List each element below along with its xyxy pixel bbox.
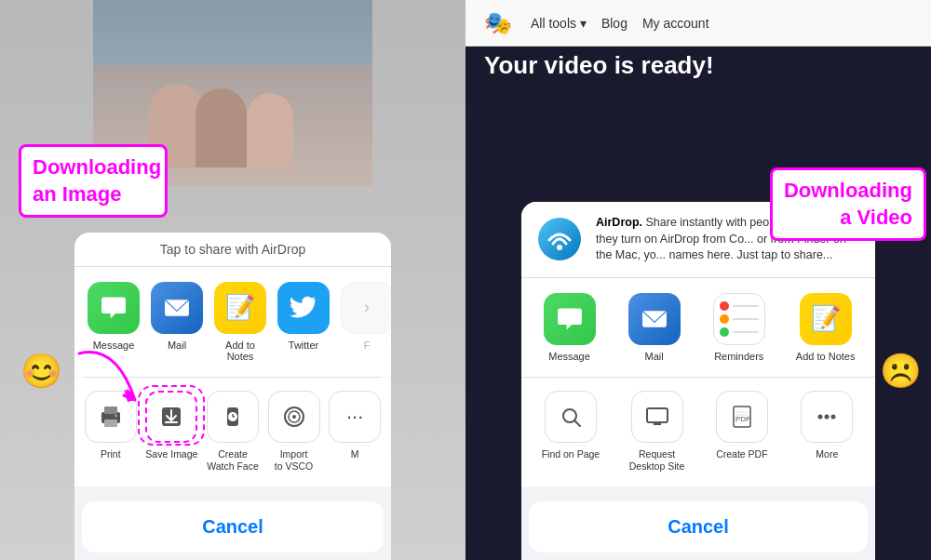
emoji-sad: ☹️	[880, 352, 922, 391]
app-item-notes-right[interactable]: 📝 Add to Notes	[796, 293, 856, 362]
emoji-happy: 😊	[20, 352, 62, 391]
airdrop-wifi-icon	[536, 216, 583, 262]
app-item-mail-left[interactable]: Mail	[149, 282, 205, 362]
more-partial-label: F	[364, 340, 371, 351]
label-downloading-video: Downloadinga Video	[770, 167, 926, 241]
twitter-icon-left	[277, 282, 330, 334]
action-find-on-page[interactable]: Find on Page	[542, 391, 600, 461]
app-item-mail-right[interactable]: Mail	[627, 293, 682, 362]
mail-icon-right	[628, 293, 681, 345]
reminders-label-right: Reminders	[714, 351, 763, 362]
more-label-left: M	[351, 448, 359, 461]
svg-point-28	[825, 414, 830, 419]
vsco-label: Importto VSCO	[275, 448, 313, 473]
more-label-right: More	[816, 448, 838, 461]
messages-label-right: Message	[548, 351, 590, 362]
app-item-reminders-right[interactable]: Reminders	[711, 293, 767, 362]
app-item-notes-left[interactable]: 📝 Add to Notes	[212, 282, 268, 362]
twitter-label-left: Twitter	[289, 340, 318, 351]
action-row-right: Find on Page RequestDesktop Site PDF Cre…	[521, 377, 875, 487]
action-import-vsco[interactable]: Importto VSCO	[266, 391, 322, 473]
pdf-icon: PDF	[716, 391, 768, 443]
app-row-right: Message Mail Reminders	[521, 278, 875, 377]
site-logo: 🎭	[484, 10, 512, 36]
share-sheet-right: AirDrop. Share instantly with people nea…	[521, 202, 875, 560]
svg-rect-20	[647, 408, 668, 422]
desktop-icon	[631, 391, 683, 443]
notes-icon-left: 📝	[214, 282, 266, 334]
nav-all-tools[interactable]: All tools ▾	[531, 16, 587, 31]
left-panel: Downloading an Image 😊 Tap to share with…	[0, 0, 466, 560]
find-on-page-icon	[545, 391, 597, 443]
mail-icon-left	[151, 282, 203, 334]
cancel-button-left[interactable]: Cancel	[82, 501, 384, 553]
action-more-left[interactable]: ··· M	[327, 391, 383, 461]
save-image-label: Save Image	[145, 448, 197, 461]
more-partial-icon: ›	[341, 282, 391, 334]
app-item-messages-right[interactable]: Message	[542, 293, 598, 362]
svg-point-14	[292, 415, 296, 419]
spacer-left	[74, 487, 391, 494]
find-on-page-label: Find on Page	[542, 448, 600, 461]
messages-icon-right	[544, 293, 596, 345]
more-icon-right	[801, 391, 853, 443]
svg-rect-7	[165, 421, 178, 423]
create-pdf-label: Create PDF	[716, 448, 767, 461]
reminders-icon-right	[713, 293, 765, 345]
watch-face-label: CreateWatch Face	[207, 448, 259, 473]
video-ready-text: Your video is ready!	[484, 51, 714, 80]
nav-blog[interactable]: Blog	[601, 16, 627, 31]
more-icon-left: ···	[329, 391, 381, 443]
svg-point-29	[831, 414, 836, 419]
action-more-right[interactable]: More	[799, 391, 855, 461]
print-label: Print	[101, 448, 121, 461]
svg-point-16	[557, 245, 562, 250]
pink-arrow	[61, 335, 154, 432]
cancel-button-right[interactable]: Cancel	[529, 501, 868, 553]
messages-icon-left	[88, 282, 140, 334]
mail-label-right: Mail	[645, 351, 664, 362]
notes-label-right: Add to Notes	[796, 351, 856, 362]
request-desktop-label: RequestDesktop Site	[629, 448, 685, 473]
mail-label-left: Mail	[168, 340, 186, 351]
svg-line-19	[574, 420, 580, 426]
airdrop-banner-left: Tap to share with AirDrop	[74, 233, 391, 267]
notes-icon-right: 📝	[800, 293, 852, 345]
label-downloading-image: Downloading an Image	[19, 144, 168, 218]
vsco-icon	[268, 391, 320, 443]
app-item-twitter-left[interactable]: Twitter	[276, 282, 331, 362]
website-bar: 🎭 All tools ▾ Blog My account	[466, 0, 931, 47]
nav-items: All tools ▾ Blog My account	[531, 16, 709, 31]
right-panel: 🎭 All tools ▾ Blog My account Your video…	[466, 0, 931, 560]
svg-point-27	[818, 414, 823, 419]
svg-rect-17	[642, 311, 667, 327]
svg-rect-1	[165, 300, 189, 316]
action-create-pdf[interactable]: PDF Create PDF	[714, 391, 770, 461]
watch-face-icon	[207, 391, 259, 443]
svg-text:PDF: PDF	[735, 415, 750, 423]
nav-account[interactable]: My account	[642, 16, 709, 31]
action-request-desktop[interactable]: RequestDesktop Site	[629, 391, 685, 473]
notes-label-left: Add to Notes	[212, 340, 268, 362]
spacer-right	[521, 487, 875, 494]
action-create-watch-face[interactable]: CreateWatch Face	[205, 391, 261, 473]
app-item-more-partial[interactable]: › F	[339, 282, 391, 362]
